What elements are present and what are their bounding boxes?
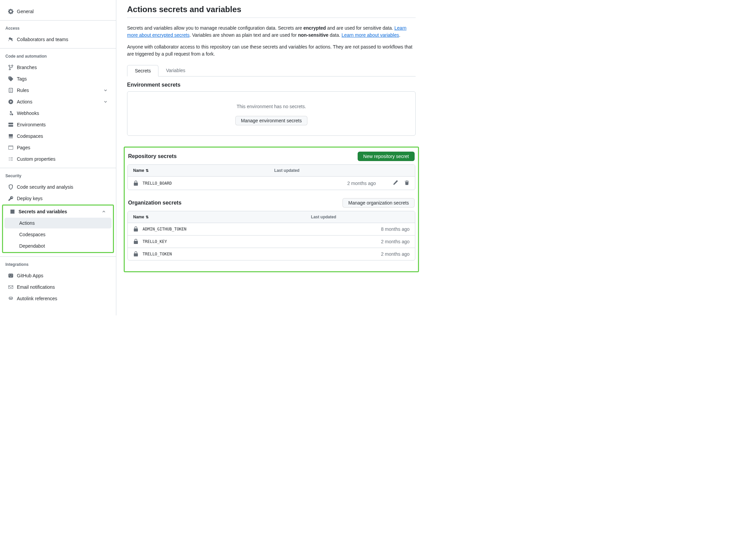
sidebar-item-label: Actions bbox=[19, 220, 35, 226]
secret-updated: 2 months ago bbox=[269, 177, 381, 190]
sidebar-item-label: Branches bbox=[17, 65, 37, 70]
key-icon bbox=[8, 196, 14, 201]
trash-icon[interactable] bbox=[404, 180, 410, 185]
codespaces-icon bbox=[8, 133, 14, 139]
table-row: TRELLO_TOKEN 2 months ago bbox=[128, 248, 415, 260]
sidebar-item-label: Webhooks bbox=[17, 111, 39, 116]
people-icon bbox=[8, 37, 14, 42]
sidebar-heading-integrations: Integrations bbox=[0, 260, 116, 270]
sidebar-item-custom-properties[interactable]: Custom properties bbox=[3, 154, 113, 164]
sidebar-item-label: Rules bbox=[17, 88, 29, 93]
sidebar-item-label: General bbox=[17, 9, 34, 14]
play-icon bbox=[8, 99, 14, 105]
chevron-up-icon bbox=[102, 209, 106, 214]
manage-env-secrets-button[interactable]: Manage environment secrets bbox=[235, 116, 308, 125]
sort-icon: ⇅ bbox=[146, 169, 149, 173]
apps-icon bbox=[8, 273, 14, 278]
secret-name: TRELLO_KEY bbox=[133, 239, 300, 244]
chevron-down-icon bbox=[103, 99, 108, 104]
table-row: ADMIN_GITHUB_TOKEN 8 months ago bbox=[128, 223, 415, 235]
sidebar-item-pages[interactable]: Pages bbox=[3, 142, 113, 153]
link-icon bbox=[8, 296, 14, 301]
highlight-secrets-variables: Secrets and variables Actions Codespaces… bbox=[2, 204, 114, 253]
col-name[interactable]: Name⇅ bbox=[128, 165, 269, 177]
sidebar-item-tags[interactable]: Tags bbox=[3, 73, 113, 84]
sidebar-item-label: Secrets and variables bbox=[19, 209, 67, 214]
col-updated[interactable]: Last updated bbox=[306, 211, 415, 223]
rules-icon bbox=[8, 88, 14, 93]
tab-variables[interactable]: Variables bbox=[158, 65, 192, 76]
secret-updated: 2 months ago bbox=[306, 235, 415, 248]
branch-icon bbox=[8, 65, 14, 70]
settings-sidebar: General Access Collaborators and teams C… bbox=[0, 0, 116, 315]
secret-name: ADMIN_GITHUB_TOKEN bbox=[133, 226, 300, 232]
repo-secrets-table: Name⇅ Last updated TRELLO_BOARD 2 months… bbox=[127, 164, 415, 190]
sidebar-subitem-dependabot[interactable]: Dependabot bbox=[4, 241, 112, 251]
pencil-icon[interactable] bbox=[393, 180, 398, 185]
page-title: Actions secrets and variables bbox=[127, 5, 415, 18]
browser-icon bbox=[8, 145, 14, 150]
manage-org-secrets-button[interactable]: Manage organization secrets bbox=[342, 198, 414, 207]
section-title-env: Environment secrets bbox=[127, 82, 415, 88]
section-title-repo: Repository secrets bbox=[128, 153, 177, 159]
webhook-icon bbox=[8, 111, 14, 116]
sidebar-item-label: Code security and analysis bbox=[17, 184, 73, 190]
sidebar-item-github-apps[interactable]: GitHub Apps bbox=[3, 270, 113, 281]
sidebar-item-email-notifications[interactable]: Email notifications bbox=[3, 282, 113, 292]
gear-icon bbox=[8, 9, 14, 14]
secret-updated: 8 months ago bbox=[306, 223, 415, 235]
asterisk-icon bbox=[10, 209, 15, 214]
sidebar-subitem-codespaces[interactable]: Codespaces bbox=[4, 229, 112, 240]
sidebar-item-general[interactable]: General bbox=[3, 6, 113, 17]
sidebar-item-label: Autolink references bbox=[17, 296, 57, 301]
mail-icon bbox=[8, 284, 14, 290]
main-content: Actions secrets and variables Secrets an… bbox=[116, 0, 426, 315]
lock-icon bbox=[133, 251, 138, 257]
table-row: TRELLO_KEY 2 months ago bbox=[128, 235, 415, 248]
env-empty-box: This environment has no secrets. Manage … bbox=[127, 91, 415, 136]
sidebar-item-code-security[interactable]: Code security and analysis bbox=[3, 182, 113, 193]
sidebar-item-collaborators[interactable]: Collaborators and teams bbox=[3, 34, 113, 45]
sidebar-item-secrets-variables[interactable]: Secrets and variables bbox=[4, 206, 112, 217]
sidebar-heading-security: Security bbox=[0, 171, 116, 181]
sidebar-item-autolink[interactable]: Autolink references bbox=[3, 293, 113, 304]
org-secrets-table: Name⇅ Last updated ADMIN_GITHUB_TOKEN 8 … bbox=[127, 211, 415, 261]
tab-secrets[interactable]: Secrets bbox=[127, 65, 158, 76]
sidebar-item-branches[interactable]: Branches bbox=[3, 62, 113, 73]
sidebar-item-codespaces[interactable]: Codespaces bbox=[3, 131, 113, 141]
chevron-down-icon bbox=[103, 88, 108, 93]
lock-icon bbox=[133, 226, 138, 232]
table-row: TRELLO_BOARD 2 months ago bbox=[128, 177, 415, 190]
sidebar-item-label: Pages bbox=[17, 145, 30, 150]
col-name[interactable]: Name⇅ bbox=[128, 211, 306, 223]
intro-text: Secrets and variables allow you to manag… bbox=[127, 25, 415, 58]
sidebar-item-webhooks[interactable]: Webhooks bbox=[3, 108, 113, 119]
sidebar-item-label: Deploy keys bbox=[17, 196, 42, 201]
sidebar-item-label: Codespaces bbox=[17, 133, 43, 139]
env-empty-message: This environment has no secrets. bbox=[127, 104, 415, 109]
sidebar-item-label: Dependabot bbox=[19, 243, 45, 249]
sidebar-item-label: Email notifications bbox=[17, 284, 55, 290]
sidebar-item-actions[interactable]: Actions bbox=[3, 96, 113, 107]
sidebar-item-deploy-keys[interactable]: Deploy keys bbox=[3, 193, 113, 204]
new-repository-secret-button[interactable]: New repository secret bbox=[358, 152, 414, 161]
secret-name: TRELLO_BOARD bbox=[133, 181, 263, 186]
secret-updated: 2 months ago bbox=[306, 248, 415, 260]
sidebar-item-environments[interactable]: Environments bbox=[3, 119, 113, 130]
sidebar-item-label: Tags bbox=[17, 76, 27, 82]
sidebar-item-label: Environments bbox=[17, 122, 46, 127]
sidebar-item-rules[interactable]: Rules bbox=[3, 85, 113, 96]
sidebar-item-label: Custom properties bbox=[17, 156, 55, 162]
secret-name: TRELLO_TOKEN bbox=[133, 251, 300, 257]
lock-icon bbox=[133, 181, 138, 186]
sidebar-item-label: Actions bbox=[17, 99, 33, 105]
sidebar-item-label: Collaborators and teams bbox=[17, 37, 68, 42]
section-title-org: Organization secrets bbox=[128, 200, 181, 206]
sidebar-item-label: GitHub Apps bbox=[17, 273, 43, 278]
col-updated[interactable]: Last updated bbox=[269, 165, 381, 177]
sidebar-subitem-actions[interactable]: Actions bbox=[4, 218, 112, 228]
link-variables[interactable]: Learn more about variables bbox=[341, 32, 399, 38]
sort-icon: ⇅ bbox=[146, 215, 149, 219]
sidebar-item-label: Codespaces bbox=[19, 232, 45, 237]
server-icon bbox=[8, 122, 14, 127]
